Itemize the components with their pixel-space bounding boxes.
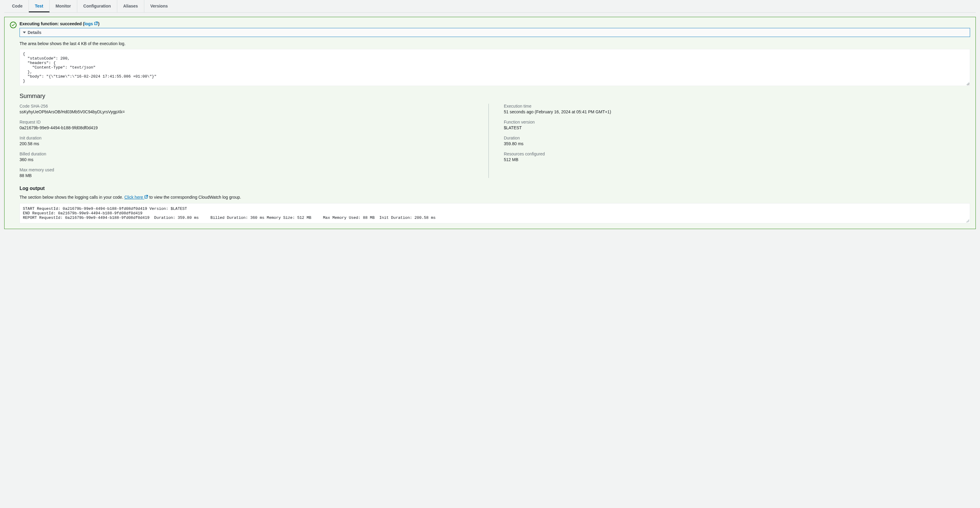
tab-aliases[interactable]: Aliases bbox=[117, 0, 144, 12]
kv-init-duration: Init duration 200.58 ms bbox=[19, 135, 476, 146]
label-max-memory: Max memory used bbox=[19, 167, 476, 172]
execution-result-panel: Executing function: succeeded (logs ) De… bbox=[4, 17, 976, 229]
kv-code-sha256: Code SHA-256 ssKyhyUeOPbtArsOB/Hd03Mb5V0… bbox=[19, 104, 476, 114]
label-code-sha256: Code SHA-256 bbox=[19, 104, 476, 108]
log-output-note: The section below shows the logging call… bbox=[19, 195, 970, 200]
chevron-down-icon bbox=[23, 32, 26, 33]
kv-function-version: Function version $LATEST bbox=[504, 119, 970, 130]
log-note-prefix: The section below shows the logging call… bbox=[19, 195, 124, 200]
result-title: Executing function: succeeded (logs ) bbox=[19, 21, 970, 26]
value-duration: 359.80 ms bbox=[504, 141, 970, 146]
tab-versions[interactable]: Versions bbox=[144, 0, 174, 12]
tab-monitor[interactable]: Monitor bbox=[49, 0, 77, 12]
execution-log-note: The area below shows the last 4 KB of th… bbox=[19, 41, 970, 46]
kv-execution-time: Execution time 51 seconds ago (February … bbox=[504, 104, 970, 114]
success-check-icon bbox=[10, 22, 16, 28]
result-logs-link[interactable]: logs bbox=[84, 21, 98, 26]
kv-billed-duration: Billed duration 360 ms bbox=[19, 151, 476, 162]
value-init-duration: 200.58 ms bbox=[19, 141, 476, 146]
result-title-prefix: Executing function: succeeded ( bbox=[19, 21, 84, 26]
label-init-duration: Init duration bbox=[19, 135, 476, 140]
value-resources: 512 MB bbox=[504, 157, 970, 162]
value-code-sha256: ssKyhyUeOPbtArsOB/Hd03Mb5V0C94byDLyrsVyg… bbox=[19, 110, 476, 114]
details-toggle[interactable]: Details bbox=[19, 28, 970, 37]
external-link-icon bbox=[144, 195, 148, 200]
summary-grid: Code SHA-256 ssKyhyUeOPbtArsOB/Hd03Mb5V0… bbox=[19, 104, 970, 178]
log-output-content[interactable]: START RequestId: 0a21679b-99e9-4494-b188… bbox=[19, 203, 970, 223]
log-note-suffix: to view the corresponding CloudWatch log… bbox=[148, 195, 241, 200]
cloudwatch-link[interactable]: Click here bbox=[124, 195, 148, 200]
kv-resources: Resources configured 512 MB bbox=[504, 151, 970, 162]
external-link-icon bbox=[94, 21, 98, 26]
label-resources: Resources configured bbox=[504, 151, 970, 156]
value-execution-time: 51 seconds ago (February 16, 2024 at 05:… bbox=[504, 110, 970, 114]
tab-configuration[interactable]: Configuration bbox=[77, 0, 117, 12]
kv-request-id: Request ID 0a21679b-99e9-4494-b188-9fd08… bbox=[19, 119, 476, 130]
label-billed-duration: Billed duration bbox=[19, 151, 476, 156]
tab-code[interactable]: Code bbox=[6, 0, 29, 12]
result-title-suffix: ) bbox=[98, 21, 100, 26]
response-body[interactable]: { "statusCode": 200, "headers": { "Conte… bbox=[19, 49, 970, 86]
details-label: Details bbox=[28, 30, 41, 35]
label-duration: Duration bbox=[504, 135, 970, 140]
tabs-bar: Code Test Monitor Configuration Aliases … bbox=[4, 0, 976, 13]
label-function-version: Function version bbox=[504, 119, 970, 124]
kv-max-memory: Max memory used 88 MB bbox=[19, 167, 476, 178]
label-execution-time: Execution time bbox=[504, 104, 970, 108]
value-request-id: 0a21679b-99e9-4494-b188-9fd08df0d419 bbox=[19, 125, 476, 130]
value-billed-duration: 360 ms bbox=[19, 157, 476, 162]
label-request-id: Request ID bbox=[19, 119, 476, 124]
value-max-memory: 88 MB bbox=[19, 173, 476, 178]
value-function-version: $LATEST bbox=[504, 125, 970, 130]
tab-test[interactable]: Test bbox=[29, 0, 49, 12]
kv-duration: Duration 359.80 ms bbox=[504, 135, 970, 146]
log-output-heading: Log output bbox=[19, 186, 970, 191]
summary-heading: Summary bbox=[19, 92, 970, 99]
